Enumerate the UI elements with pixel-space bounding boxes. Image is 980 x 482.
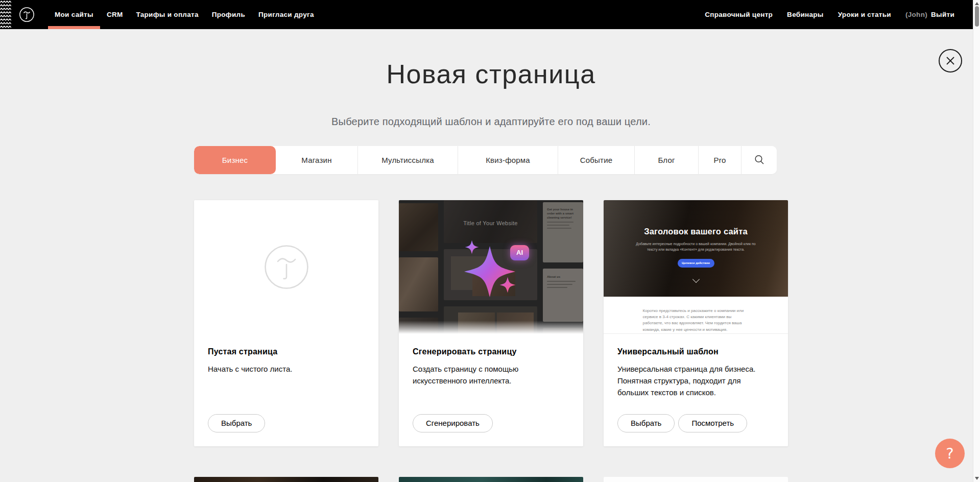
tilda-logo[interactable]	[19, 0, 35, 29]
template-card-partial[interactable]	[194, 477, 378, 482]
nav-item-help-center[interactable]: Справочный центр	[698, 0, 780, 29]
tab-label: Бизнес	[222, 156, 248, 164]
template-card-blank-page[interactable]: Пустая страница Начать с чистого листа. …	[194, 200, 378, 446]
close-icon	[945, 56, 955, 66]
tab-pro[interactable]: Pro	[699, 146, 742, 174]
card-actions: Сгенерировать	[413, 414, 493, 432]
nav-item-logout[interactable]: (John) Выйти	[898, 0, 954, 29]
template-card-partial[interactable]	[399, 477, 583, 482]
ai-sparkles-icon	[399, 200, 583, 334]
template-about-section: Коротко представьтесь и расскажите о ком…	[604, 297, 788, 334]
tab-event[interactable]: Событие	[558, 146, 635, 174]
page-title: Новая страница	[194, 57, 788, 91]
nav-item-webinars[interactable]: Вебинары	[780, 0, 831, 29]
nav-item-profile[interactable]: Профиль	[205, 0, 252, 29]
card-description: Универсальная страница для бизнеса. Поня…	[617, 363, 771, 399]
template-category-tabs: Бизнес Магазин Мультиссылка Квиз-форма С…	[194, 146, 777, 174]
tab-label: Событие	[580, 156, 613, 164]
card-body: Универсальный шаблон Универсальная стран…	[604, 334, 788, 446]
template-card-universal[interactable]: Заголовок вашего сайта Добавьте интересн…	[604, 200, 788, 446]
card-description: Создать страницу с помощью искусственног…	[413, 363, 566, 387]
template-cta-button: Целевое действие	[678, 259, 714, 268]
search-icon	[754, 154, 765, 165]
card-title: Сгенерировать страницу	[413, 347, 569, 356]
generate-button[interactable]: Сгенерировать	[413, 414, 493, 432]
tab-search[interactable]	[742, 146, 777, 174]
nav-item-label: CRM	[107, 11, 123, 18]
nav-item-label: Профиль	[212, 11, 245, 18]
dialog-content: Новая страница Выберите подходящий шабло…	[194, 29, 788, 482]
collage-fade	[399, 321, 583, 334]
logout-label: Выйти	[931, 11, 954, 18]
tab-label: Блог	[658, 156, 675, 164]
tab-label: Квиз-форма	[486, 156, 530, 164]
chevron-down-icon	[692, 276, 699, 283]
active-nav-underline	[48, 26, 100, 29]
vertical-scrollbar[interactable]	[973, 0, 980, 482]
template-hero-subtitle: Добавьте интересные подробности о вашей …	[632, 241, 760, 252]
tab-quiz-form[interactable]: Квиз-форма	[458, 146, 558, 174]
new-page-dialog: Мои сайты CRM Тарифы и оплата Профиль Пр…	[0, 0, 980, 482]
ai-generate-preview: Title of Your Website Get your house in …	[399, 200, 583, 334]
ai-badge: AI	[510, 245, 529, 260]
card-description: Начать с чистого листа.	[208, 363, 361, 375]
template-grid: Пустая страница Начать с чистого листа. …	[194, 200, 788, 446]
card-title: Универсальный шаблон	[617, 347, 774, 356]
zigzag-pattern-decoration	[0, 0, 11, 29]
card-title: Пустая страница	[208, 347, 365, 356]
tab-label: Мультиссылка	[381, 156, 434, 164]
nav-item-label: Справочный центр	[705, 11, 773, 18]
tilda-logo-icon	[19, 7, 35, 22]
nav-item-label: Пригласи друга	[258, 11, 314, 18]
nav-item-label: Мои сайты	[55, 11, 93, 18]
user-name: (John)	[905, 11, 927, 18]
nav-item-pricing[interactable]: Тарифы и оплата	[130, 0, 205, 29]
template-hero-title: Заголовок вашего сайта	[644, 227, 748, 236]
tab-label: Pro	[714, 156, 726, 164]
blank-page-preview	[194, 200, 378, 334]
choose-button[interactable]: Выбрать	[617, 414, 675, 432]
nav-item-label: Вебинары	[787, 11, 824, 18]
nav-menu-right: Справочный центр Вебинары Уроки и статьи…	[698, 0, 954, 29]
tab-business[interactable]: Бизнес	[194, 146, 276, 174]
card-body: Сгенерировать страницу Создать страницу …	[399, 334, 583, 446]
card-actions: Выбрать	[208, 414, 265, 432]
card-actions: Выбрать Посмотреть	[617, 414, 747, 432]
tab-store[interactable]: Магазин	[276, 146, 358, 174]
help-button[interactable]: ?	[935, 439, 965, 468]
scrollbar-thumb[interactable]	[975, 6, 979, 27]
nav-item-my-sites[interactable]: Мои сайты	[48, 0, 100, 29]
card-body: Пустая страница Начать с чистого листа. …	[194, 334, 378, 446]
universal-template-preview: Заголовок вашего сайта Добавьте интересн…	[604, 200, 788, 334]
template-card-partial[interactable]	[604, 477, 788, 482]
template-collage: Title of Your Website Get your house in …	[399, 200, 583, 334]
tab-label: Магазин	[301, 156, 331, 164]
template-hero-section: Заголовок вашего сайта Добавьте интересн…	[604, 200, 788, 297]
nav-item-lessons[interactable]: Уроки и статьи	[831, 0, 898, 29]
tab-blog[interactable]: Блог	[635, 146, 699, 174]
nav-menu-left: Мои сайты CRM Тарифы и оплата Профиль Пр…	[48, 0, 321, 29]
template-card-ai-generate[interactable]: Title of Your Website Get your house in …	[399, 200, 583, 446]
choose-button[interactable]: Выбрать	[208, 414, 265, 432]
nav-item-crm[interactable]: CRM	[100, 0, 130, 29]
preview-button[interactable]: Посмотреть	[678, 414, 747, 432]
close-dialog-button[interactable]	[939, 49, 962, 73]
tab-multilink[interactable]: Мультиссылка	[358, 146, 458, 174]
tilda-watermark-icon	[264, 244, 309, 290]
template-grid-row2	[194, 477, 788, 482]
scrollbar-up-arrow[interactable]	[975, 2, 979, 5]
nav-item-label: Уроки и статьи	[838, 11, 891, 18]
scrollbar-down-arrow[interactable]	[975, 477, 979, 480]
page-subtitle: Выберите подходящий шаблон и адаптируйте…	[194, 115, 788, 128]
nav-item-invite-friend[interactable]: Пригласи друга	[252, 0, 321, 29]
nav-item-label: Тарифы и оплата	[136, 11, 199, 18]
template-about-text: Коротко представьтесь и расскажите о ком…	[643, 308, 749, 333]
top-navigation-bar: Мои сайты CRM Тарифы и оплата Профиль Пр…	[0, 0, 973, 29]
